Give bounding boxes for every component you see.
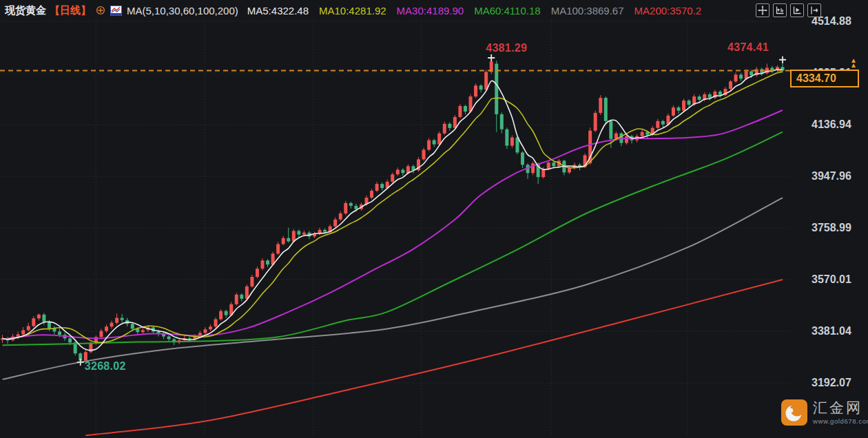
extreme-markers [77, 54, 786, 366]
price-annotation: 3268.02 [85, 360, 126, 373]
price-annotation: 4381.29 [486, 42, 527, 54]
y-axis-label: 3758.99 [812, 222, 851, 234]
y-axis-label: 4136.94 [812, 118, 851, 131]
ma-legend-item: MA5:4322.48 [247, 5, 309, 17]
gridlines [0, 19, 790, 438]
pan-move-icon[interactable] [756, 3, 769, 17]
watermark: 汇金网 www.gold678.com [781, 399, 868, 428]
y-axis-label: 3947.96 [812, 170, 851, 182]
candles [1, 58, 785, 362]
ma-legend-item: MA10:4281.92 [319, 5, 386, 17]
instrument-title: 现货黄金 [5, 4, 46, 17]
scale-axis-left-icon[interactable] [773, 3, 787, 17]
ma5-line [3, 70, 783, 351]
auto-play-icon[interactable] [790, 3, 804, 17]
mini-chart-icon[interactable] [110, 6, 122, 16]
ma200-line [85, 280, 783, 435]
chart-header: 现货黄金 【日线】 MA(5,10,30,60,100,200) MA5:432… [0, 0, 701, 21]
ma-legend-item: MA60:4110.18 [474, 5, 540, 17]
ma-group-label: MA(5,10,30,60,100,200) [127, 5, 238, 17]
ma-legend-item: MA100:3869.67 [551, 5, 624, 17]
ma-legend-item: MA200:3570.2 [634, 5, 702, 17]
y-axis-label: 3570.01 [812, 273, 851, 286]
ma10-line [3, 72, 783, 342]
y-axis-label: 3381.04 [812, 325, 851, 337]
go-to-latest-icon[interactable] [807, 3, 821, 17]
chart-toolbar [756, 3, 821, 17]
ma100-line [3, 198, 783, 379]
ma-legend: MA5:4322.48MA10:4281.92MA30:4189.90MA60:… [247, 5, 701, 17]
ma60-line [3, 132, 783, 346]
current-price-box: 4334.70 [790, 70, 859, 87]
site-url: www.gold678.com [813, 417, 868, 425]
y-axis-label: 3192.07 [812, 377, 851, 389]
ma-lines [3, 70, 783, 435]
double-up-arrow-icon: ▲▲ [850, 58, 857, 67]
current-price-value: 4334.70 [796, 72, 836, 84]
timeframe-label[interactable]: 【日线】 [50, 4, 91, 17]
ma30-line [3, 110, 783, 340]
site-name: 汇金网 [813, 399, 868, 416]
ma-legend-item: MA30:4189.90 [397, 5, 464, 17]
target-circle-icon[interactable] [96, 6, 105, 15]
candlestick-chart[interactable] [0, 0, 868, 438]
price-annotation: 4374.41 [727, 41, 769, 54]
site-logo-icon [781, 399, 807, 428]
trading-chart-window: 现货黄金 【日线】 MA(5,10,30,60,100,200) MA5:432… [0, 0, 868, 438]
